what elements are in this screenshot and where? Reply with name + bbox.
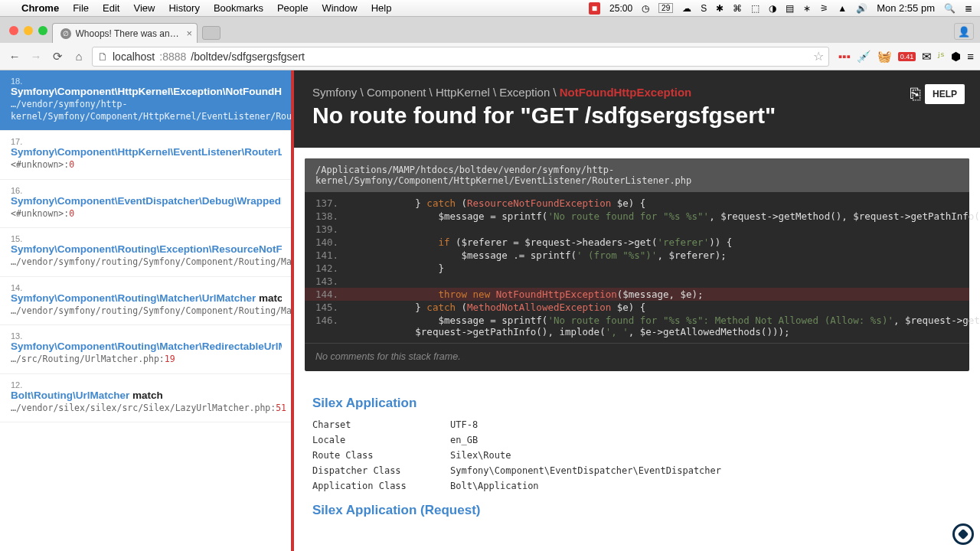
exception-message: No route found for "GET /sdfgsergsfgsert… [312, 102, 962, 129]
reload-button[interactable]: ⟳ [49, 48, 66, 65]
mail-icon[interactable]: ✉ [922, 50, 932, 64]
code-line: 137. } catch (ResourceNotFoundException … [305, 197, 969, 210]
zoom-window-button[interactable] [38, 26, 47, 35]
code-panel: /Applications/MAMP/htdocs/boltdev/vendor… [305, 158, 969, 371]
status-icon-2[interactable]: ⌘ [733, 3, 742, 14]
minimize-window-button[interactable] [24, 26, 33, 35]
code-line: 140. if ($referer = $request->headers->g… [305, 236, 969, 249]
stack-frame[interactable]: 14.Symfony\Component\Routing\Matcher\Url… [0, 277, 291, 326]
url-port: :8888 [159, 51, 186, 63]
cloud-icon[interactable]: ☁ [682, 3, 691, 14]
skype-icon[interactable]: S [701, 3, 707, 14]
env-row: Route ClassSilex\Route [312, 448, 962, 463]
menu-edit[interactable]: Edit [103, 2, 119, 14]
stack-frame[interactable]: 12.Bolt\Routing\UrlMatcher match…/vendor… [0, 374, 291, 423]
new-tab-button[interactable] [202, 26, 220, 40]
extension-icons: ▪▪▪ 💉 🧺 0.41 ✉ ʲˢ ⬢ ≡ [834, 50, 974, 64]
copy-icon[interactable]: ⎘ [910, 84, 920, 104]
env-section: Silex Application CharsetUTF-8Localeen_G… [294, 382, 980, 533]
battery-icon[interactable]: ◑ [769, 3, 776, 14]
forward-button[interactable]: → [28, 48, 44, 65]
wifi-icon[interactable]: ⚞ [820, 3, 828, 14]
mac-menubar: Chrome File Edit View History Bookmarks … [0, 0, 980, 17]
browser-tab[interactable]: ∅ Whoops! There was an err × [52, 23, 198, 43]
back-button[interactable]: ← [6, 48, 23, 65]
env-title-request: Silex Application (Request) [312, 503, 962, 518]
profile-button[interactable]: 👤 [954, 23, 974, 40]
chrome-toolbar: ← → ⟳ ⌂ 🗋 localhost:8888/boltdev/sdfgser… [0, 43, 980, 70]
code-file-path: /Applications/MAMP/htdocs/boltdev/vendor… [305, 158, 969, 192]
close-window-button[interactable] [9, 26, 18, 35]
stack-frame[interactable]: 13.Symfony\Component\Routing\Matcher\Red… [0, 325, 291, 374]
tab-favicon: ∅ [60, 28, 71, 39]
menu-file[interactable]: File [73, 2, 89, 14]
lastpass-icon[interactable]: ▪▪▪ [838, 50, 851, 63]
menu-view[interactable]: View [133, 2, 155, 14]
exception-header: Symfony \ Component \ HttpKernel \ Excep… [294, 70, 980, 148]
exception-namespace: Symfony \ Component \ HttpKernel \ Excep… [312, 86, 962, 99]
status-icon-1[interactable]: ✱ [716, 3, 724, 14]
code-line: 138. $message = sprintf('No route found … [305, 210, 969, 223]
address-bar[interactable]: 🗋 localhost:8888/boltdev/sdfgsergsfgsert… [92, 47, 829, 67]
colorpicker-icon[interactable]: 💉 [857, 50, 871, 64]
chrome-tab-strip: ∅ Whoops! There was an err × 👤 [0, 17, 980, 43]
bluetooth-icon[interactable]: ∗ [803, 3, 811, 14]
menubar-app[interactable]: Chrome [21, 2, 59, 14]
menubar-timer-icon[interactable]: ■ [589, 2, 600, 15]
cpu-icon[interactable]: ▤ [786, 3, 794, 14]
menu-people[interactable]: People [277, 2, 308, 14]
url-host: localhost [113, 51, 155, 63]
code-line: 142. } [305, 262, 969, 275]
home-button[interactable]: ⌂ [70, 48, 87, 65]
dropbox-icon[interactable]: ⬚ [751, 3, 760, 14]
help-button[interactable]: HELP [925, 84, 965, 104]
env-row: Localeen_GB [312, 432, 962, 448]
notifications-icon[interactable]: ≣ [965, 3, 972, 14]
tab-close-icon[interactable]: × [186, 28, 192, 39]
code-line: 143. [305, 275, 969, 288]
ext-badge-icon[interactable]: 0.41 [898, 52, 916, 61]
spotlight-icon[interactable]: 🔍 [944, 3, 956, 14]
chrome-menu-icon[interactable]: ≡ [967, 50, 974, 63]
site-info-icon[interactable]: 🗋 [97, 51, 108, 63]
menu-window[interactable]: Window [322, 2, 357, 14]
code-line: 139. [305, 223, 969, 236]
stack-frame[interactable]: 15.Symfony\Component\Routing\Exception\R… [0, 228, 291, 277]
env-row: CharsetUTF-8 [312, 417, 962, 432]
menu-bookmarks[interactable]: Bookmarks [214, 2, 263, 14]
calendar-icon[interactable]: 29 [658, 3, 673, 13]
code-line: 141. $message .= sprintf(' (from "%s")',… [305, 249, 969, 262]
pomodoro-icon[interactable]: ◷ [642, 3, 649, 14]
env-row: Dispatcher ClassSymfony\Component\EventD… [312, 463, 962, 478]
eject-icon[interactable]: ▲ [838, 3, 847, 14]
menubar-clock[interactable]: Mon 2:55 pm [877, 2, 935, 14]
volume-icon[interactable]: 🔊 [856, 3, 867, 14]
stack-frame[interactable]: 17.Symfony\Component\HttpKernel\EventLis… [0, 131, 291, 180]
bolt-badge-icon[interactable] [952, 523, 974, 545]
stack-frames-sidebar[interactable]: 18.Symfony\Component\HttpKernel\Exceptio… [0, 70, 294, 551]
menubar-timer: 25:00 [609, 3, 632, 14]
stack-frame[interactable]: 16.Symfony\Component\EventDispatcher\Deb… [0, 180, 291, 229]
code-lines: 137. } catch (ResourceNotFoundException … [305, 192, 969, 343]
window-controls [6, 26, 52, 43]
code-line: 144. throw new NotFoundHttpException($me… [305, 288, 969, 301]
env-table-app: CharsetUTF-8Localeen_GBRoute ClassSilex\… [312, 417, 962, 494]
menu-help[interactable]: Help [371, 2, 392, 14]
code-line: 146. $message = sprintf('No route found … [305, 314, 969, 338]
menu-history[interactable]: History [168, 2, 199, 14]
code-comments: No comments for this stack frame. [305, 343, 969, 371]
env-title-app: Silex Application [312, 396, 962, 411]
tab-title: Whoops! There was an err [76, 28, 180, 39]
env-row: Application ClassBolt\Application [312, 478, 962, 494]
cube-icon[interactable]: ⬢ [951, 50, 961, 64]
ext-icon-3[interactable]: 🧺 [877, 50, 892, 64]
stack-frame[interactable]: 18.Symfony\Component\HttpKernel\Exceptio… [0, 70, 291, 131]
code-line: 145. } catch (MethodNotAllowedException … [305, 301, 969, 314]
js-icon[interactable]: ʲˢ [938, 50, 945, 64]
url-path: /boltdev/sdfgsergsfgsert [191, 51, 305, 63]
bookmark-star-icon[interactable]: ☆ [813, 49, 824, 64]
details-panel[interactable]: Symfony \ Component \ HttpKernel \ Excep… [294, 70, 980, 551]
